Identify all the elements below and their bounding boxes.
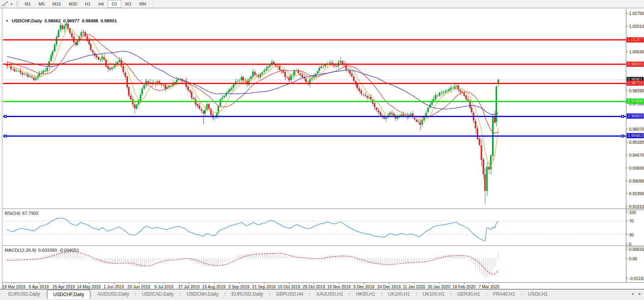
price-tick: 0.93830 xyxy=(626,165,644,170)
date-tick xyxy=(364,283,364,284)
price-tick: 0 xyxy=(626,241,631,246)
date-tick xyxy=(139,283,139,284)
tabs-scroll-left-icon[interactable]: ◄ xyxy=(631,292,634,296)
line-tool-icon[interactable] xyxy=(1,1,9,7)
price-tick: 1.02750 xyxy=(626,11,644,15)
price-line-label: 0.95663 xyxy=(627,133,644,138)
price-tick: 0.95330 xyxy=(626,139,644,144)
chart-tab-uk100-h1[interactable]: UK100,H1 xyxy=(382,290,415,298)
price-tick: -0.011531 xyxy=(626,276,644,280)
price-tick: 0.00 xyxy=(626,256,637,261)
price-chart-canvas[interactable] xyxy=(3,9,626,209)
chart-tab-usdcad-daily[interactable]: USDCAD,Daily xyxy=(136,290,180,298)
rsi-indicator-canvas[interactable] xyxy=(3,210,626,245)
timeframe-button-group: M1M5M15M30H1H4D1W1MN xyxy=(21,0,150,8)
price-tick: 1.02010 xyxy=(626,24,644,28)
price-line-label: 0.98703 xyxy=(627,80,644,86)
date-tick xyxy=(89,283,89,284)
timeframe-button-d1[interactable]: D1 xyxy=(108,0,121,8)
price-tick: 100 xyxy=(626,210,636,214)
price-line-label: 1.01207 xyxy=(627,37,644,42)
timeframe-button-m1[interactable]: M1 xyxy=(21,0,35,8)
price-tick: 0.94570 xyxy=(626,152,644,157)
tab-scroll-buttons: ◄ ► xyxy=(631,292,642,296)
price-tick: 0.98290 xyxy=(626,88,644,93)
price-tick: 0.006167 xyxy=(626,247,644,251)
date-tick xyxy=(314,283,314,284)
timeframe-button-w1[interactable]: W1 xyxy=(121,0,136,8)
chart-tab-usdcnh-daily[interactable]: USDCNH,Daily xyxy=(181,290,224,298)
symbol-dropdown-icon[interactable]: ▼ xyxy=(5,19,9,23)
date-tick xyxy=(339,283,339,284)
chart-tab-xauusd-h1[interactable]: XAUUSD,H1 xyxy=(310,290,349,298)
date-tick xyxy=(264,283,264,284)
date-tick xyxy=(39,283,39,284)
chart-tab-bar: EURUSD,Daily|USDCHF,Daily|AUDUSD,Daily|U… xyxy=(0,290,644,300)
macd-name: MACD(12,26,9) xyxy=(5,248,36,252)
timeframe-button-h1[interactable]: H1 xyxy=(81,0,94,8)
macd-signal-value: -0.004051 xyxy=(59,248,79,252)
price-tick: 0.93090 xyxy=(626,178,644,183)
date-label: 7 Mar 2020 xyxy=(473,284,505,289)
date-tick xyxy=(64,283,64,284)
timeframe-button-m5[interactable]: M5 xyxy=(35,0,48,8)
chart-tab-usoil-h1[interactable]: USOil,H1 xyxy=(522,290,554,298)
price-tick: 0.92350 xyxy=(626,191,644,196)
chart-tab-ger30-h1[interactable]: GER30,H1 xyxy=(452,290,486,298)
chart-tab-gbpusd-h4[interactable]: GBPUSD,H4 xyxy=(270,290,309,298)
price-tick: 0.91610 xyxy=(626,204,644,209)
price-tick: 1.00530 xyxy=(626,49,644,54)
macd-main-value: 0.003390 xyxy=(38,248,57,252)
chart-window: ▼ USDCHF,Daily 0.98662 0.98977 0.98488 0… xyxy=(0,8,644,289)
ohlc-high-value: 0.98977 xyxy=(63,18,80,23)
timeframe-button-m15[interactable]: M15 xyxy=(49,0,65,8)
timeframe-button-m30[interactable]: M30 xyxy=(65,0,81,8)
date-tick xyxy=(189,283,189,284)
date-tick xyxy=(439,283,439,284)
chart-tab-audusd-daily[interactable]: AUDUSD,Daily xyxy=(91,290,135,298)
date-tick xyxy=(389,283,390,284)
symbol-period-label: USDCHF,Daily xyxy=(12,18,42,23)
timeframe-button-h4[interactable]: H4 xyxy=(94,0,108,8)
chart-tab-eurusd-daily[interactable]: EURUSD,Daily xyxy=(2,290,46,298)
mt4-terminal: ▼ M1M5M15M30H1H4D1W1MN ▼ USDCHF,Daily 0.… xyxy=(0,0,644,300)
ohlc-close-value: 0.98901 xyxy=(101,18,117,23)
date-tick xyxy=(489,283,489,284)
macd-indicator-canvas[interactable] xyxy=(3,247,626,282)
rsi-name: RSI(14) xyxy=(5,211,20,216)
date-tick xyxy=(114,283,114,284)
date-tick xyxy=(164,283,164,284)
price-line-label: 0.99800 xyxy=(627,62,644,67)
price-line-label: 0.96803 xyxy=(627,113,644,119)
price-line-label: 0.97658 xyxy=(627,99,644,104)
timeframe-button-mn[interactable]: MN xyxy=(135,0,150,8)
date-tick xyxy=(289,283,289,284)
price-tick: 0.96070 xyxy=(626,126,644,131)
price-tick: 70 xyxy=(626,218,634,223)
date-tick xyxy=(464,283,465,284)
chart-tab-hk50-h1[interactable]: HK50,H1 xyxy=(350,290,381,298)
chart-tab-fra40-h1[interactable]: FRA40,H1 xyxy=(487,290,521,298)
top-toolbar: ▼ M1M5M15M30H1H4D1W1MN xyxy=(0,0,644,8)
date-tick xyxy=(214,283,214,284)
macd-label: MACD(12,26,9)0.003390-0.004051 xyxy=(5,248,81,252)
ohlc-open-value: 0.98662 xyxy=(44,18,61,23)
tool-dropdown-caret-icon[interactable]: ▼ xyxy=(10,3,13,5)
chart-title: ▼ USDCHF,Daily 0.98662 0.98977 0.98488 0… xyxy=(5,18,117,23)
toolbar-separator xyxy=(153,1,154,7)
date-axis[interactable]: 19 Mar 20196 Apr 201925 Apr 201914 May 2… xyxy=(2,282,644,290)
chart-tab-eurusd-daily[interactable]: EURUSD,Daily xyxy=(225,290,269,298)
date-tick xyxy=(239,283,239,284)
chart-tab-uk100-h1[interactable]: UK100,H1 xyxy=(417,290,450,298)
ohlc-low-value: 0.98488 xyxy=(82,18,98,23)
date-tick xyxy=(14,283,14,284)
rsi-label: RSI(14)67.7902 xyxy=(5,211,40,216)
toolbar-grip-handle[interactable] xyxy=(16,1,18,7)
chart-tab-usdchf-daily[interactable]: USDCHF,Daily xyxy=(47,290,91,299)
rsi-value: 67.7902 xyxy=(22,211,39,216)
price-tick: 30 xyxy=(626,232,634,237)
chart-tabs: EURUSD,Daily|USDCHF,Daily|AUDUSD,Daily|U… xyxy=(2,290,554,300)
tabs-scroll-right-icon[interactable]: ► xyxy=(638,292,642,296)
price-axis[interactable]: 1.027501.020101.005300.989200.982900.975… xyxy=(626,9,644,282)
date-tick xyxy=(414,283,414,284)
